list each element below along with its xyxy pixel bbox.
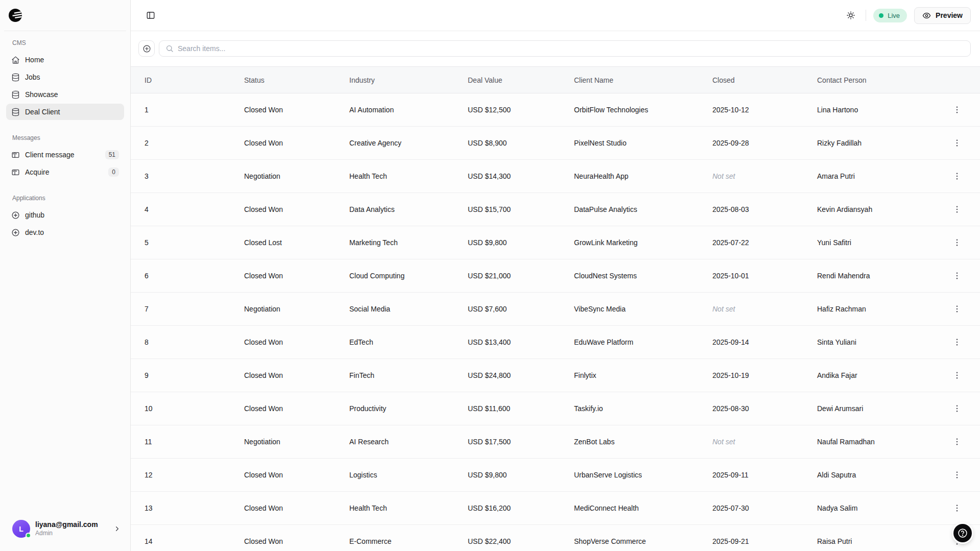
table-row[interactable]: 8Closed WonEdTechUSD $13,400EduWave Plat… — [131, 326, 980, 359]
row-menu-button[interactable] — [950, 103, 964, 116]
live-dot-icon — [879, 13, 883, 18]
cell-closed: 2025-08-03 — [704, 193, 809, 226]
table-row[interactable]: 12Closed WonLogisticsUSD $9,800UrbanServ… — [131, 459, 980, 492]
cell-status: Closed Won — [236, 259, 341, 293]
sidebar-item-home[interactable]: Home — [6, 52, 124, 68]
table-container: IDStatusIndustryDeal ValueClient NameClo… — [131, 66, 980, 551]
cell-deal-value: USD $9,800 — [460, 459, 566, 492]
cell-industry: Health Tech — [341, 492, 460, 525]
topbar: Live Preview — [131, 0, 980, 31]
cell-deal-value: USD $7,600 — [460, 293, 566, 326]
table-row[interactable]: 13Closed WonHealth TechUSD $16,200MediCo… — [131, 492, 980, 525]
sidebar-item-acquire[interactable]: Acquire0 — [6, 164, 124, 180]
app-logo[interactable] — [8, 8, 22, 22]
cell-industry: Productivity — [341, 392, 460, 425]
preview-button[interactable]: Preview — [914, 7, 971, 24]
table-row[interactable]: 3NegotiationHealth TechUSD $14,300NeuraH… — [131, 160, 980, 193]
cell-deal-value: USD $15,700 — [460, 193, 566, 226]
row-menu-button[interactable] — [950, 203, 964, 216]
row-menu-button[interactable] — [950, 369, 964, 382]
kebab-icon — [952, 371, 962, 380]
help-button[interactable] — [953, 524, 972, 542]
cell-id: 8 — [131, 326, 236, 359]
sidebar-item-label: Deal Client — [25, 108, 119, 116]
cell-id: 2 — [131, 127, 236, 160]
table-row[interactable]: 10Closed WonProductivityUSD $11,600Taski… — [131, 392, 980, 425]
cell-deal-value: USD $22,400 — [460, 525, 566, 551]
cell-client-name: Taskify.io — [566, 392, 704, 425]
sidebar-item-deal-client[interactable]: Deal Client — [6, 104, 124, 120]
table-row[interactable]: 11NegotiationAI ResearchUSD $17,500ZenBo… — [131, 425, 980, 459]
sidebar-item-dev-to[interactable]: dev.to — [6, 224, 124, 241]
user-menu[interactable]: L liyana@gmail.com Admin — [0, 511, 130, 551]
sidebar-item-label: Home — [25, 56, 119, 64]
cell-client-name: EduWave Platform — [566, 326, 704, 359]
table-row[interactable]: 4Closed WonData AnalyticsUSD $15,700Data… — [131, 193, 980, 226]
online-status-dot — [26, 533, 31, 538]
row-menu-button[interactable] — [950, 269, 964, 282]
cell-contact: Kevin Ardiansyah — [809, 193, 936, 226]
row-menu-button[interactable] — [950, 501, 964, 515]
sidebar-item-showcase[interactable]: Showcase — [6, 86, 124, 103]
search-input[interactable] — [178, 44, 964, 53]
section-label: Messages — [0, 132, 130, 146]
table-row[interactable]: 6Closed WonCloud ComputingUSD $21,000Clo… — [131, 259, 980, 293]
cell-id: 10 — [131, 392, 236, 425]
table-row[interactable]: 1Closed WonAI AutomationUSD $12,500Orbit… — [131, 93, 980, 127]
deal-client-table: IDStatusIndustryDeal ValueClient NameClo… — [131, 66, 980, 551]
row-menu-button[interactable] — [950, 336, 964, 349]
cell-closed: 2025-09-21 — [704, 525, 809, 551]
cell-status: Closed Won — [236, 326, 341, 359]
search-box — [159, 40, 971, 57]
table-row[interactable]: 14Closed WonE-CommerceUSD $22,400ShopVer… — [131, 525, 980, 551]
cell-client-name: OrbitFlow Technologies — [566, 93, 704, 127]
cell-closed: 2025-09-28 — [704, 127, 809, 160]
sidebar-toggle-button[interactable] — [143, 8, 158, 23]
row-menu-button[interactable] — [950, 402, 964, 415]
row-menu-button[interactable] — [950, 136, 964, 150]
chevron-right-icon — [113, 525, 121, 533]
cell-actions — [936, 359, 980, 392]
row-menu-button[interactable] — [950, 435, 964, 448]
cell-id: 4 — [131, 193, 236, 226]
kebab-icon — [952, 404, 962, 413]
row-menu-button[interactable] — [950, 236, 964, 249]
cell-client-name: UrbanServe Logistics — [566, 459, 704, 492]
app-root: CMSHomeJobsShowcaseDeal ClientMessagesCl… — [0, 0, 980, 551]
sidebar-item-github[interactable]: github — [6, 207, 124, 223]
table-row[interactable]: 5Closed LostMarketing TechUSD $9,800Grow… — [131, 226, 980, 259]
cell-id: 1 — [131, 93, 236, 127]
table-row[interactable]: 7NegotiationSocial MediaUSD $7,600VibeSy… — [131, 293, 980, 326]
theme-toggle-button[interactable] — [843, 8, 858, 23]
table-row[interactable]: 9Closed WonFinTechUSD $24,800Finlytix202… — [131, 359, 980, 392]
cell-id: 12 — [131, 459, 236, 492]
cell-contact: Lina Hartono — [809, 93, 936, 127]
cell-id: 6 — [131, 259, 236, 293]
cell-id: 3 — [131, 160, 236, 193]
cell-actions — [936, 259, 980, 293]
database-icon — [11, 108, 20, 116]
cell-status: Closed Won — [236, 193, 341, 226]
cell-status: Closed Won — [236, 492, 341, 525]
cell-contact: Raisa Putri — [809, 525, 936, 551]
row-menu-button[interactable] — [950, 468, 964, 482]
cell-client-name: CloudNest Systems — [566, 259, 704, 293]
row-menu-button[interactable] — [950, 302, 964, 316]
row-menu-button[interactable] — [950, 170, 964, 183]
cell-industry: Cloud Computing — [341, 259, 460, 293]
cell-status: Closed Won — [236, 392, 341, 425]
cell-actions — [936, 160, 980, 193]
kebab-icon — [952, 138, 962, 148]
add-item-button[interactable] — [138, 40, 155, 57]
cell-client-name: MediConnect Health — [566, 492, 704, 525]
sidebar-item-jobs[interactable]: Jobs — [6, 69, 124, 85]
cell-status: Negotiation — [236, 293, 341, 326]
sidebar-item-client-message[interactable]: Client message51 — [6, 147, 124, 163]
cell-closed: 2025-07-30 — [704, 492, 809, 525]
cell-closed: 2025-10-01 — [704, 259, 809, 293]
kebab-icon — [952, 271, 962, 280]
cell-client-name: ZenBot Labs — [566, 425, 704, 459]
table-row[interactable]: 2Closed WonCreative AgencyUSD $8,900Pixe… — [131, 127, 980, 160]
cell-actions — [936, 459, 980, 492]
kebab-icon — [952, 205, 962, 214]
